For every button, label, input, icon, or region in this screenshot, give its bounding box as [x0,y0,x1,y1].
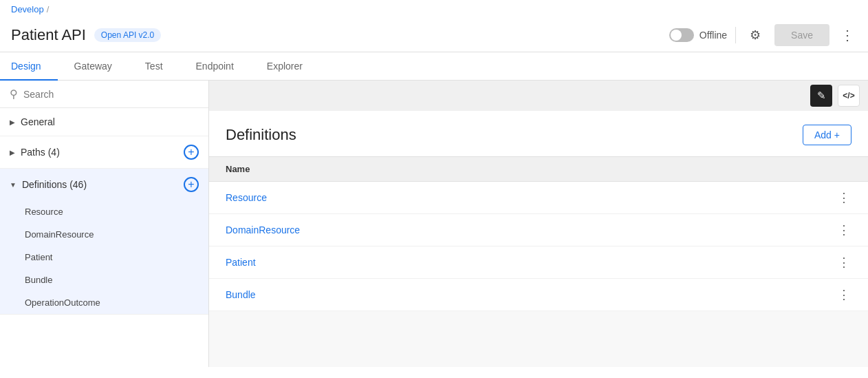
table-row: DomainResource ⋮ [209,214,868,246]
row-patient-link[interactable]: Patient [226,257,838,268]
sidebar-paths-label: Paths (4) [21,147,184,158]
search-icon: ⚲ [10,87,18,101]
settings-button[interactable]: ⚙ [744,24,766,46]
sidebar-definitions-label: Definitions (46) [22,179,184,190]
table-row: Patient ⋮ [209,246,868,279]
sidebar-item-domainresource[interactable]: DomainResource [0,223,208,246]
main-layout: ⚲ ▶ General ▶ Paths (4) + ▼ Definitions … [0,81,868,367]
sidebar-section-paths: ▶ Paths (4) + [0,136,208,169]
breadcrumb-separator: / [47,4,50,14]
table-row: Bundle ⋮ [209,279,868,311]
sidebar-section-general: ▶ General [0,108,208,136]
sidebar-search-container: ⚲ [0,81,208,108]
chevron-right-icon: ▶ [10,149,15,156]
tab-design[interactable]: Design [0,52,58,80]
row-domainresource-link[interactable]: DomainResource [226,224,838,235]
sidebar-section-paths-header[interactable]: ▶ Paths (4) + [0,136,208,168]
sidebar-item-patient[interactable]: Patient [0,246,208,269]
tab-endpoint[interactable]: Endpoint [180,52,250,80]
sidebar-item-bundle[interactable]: Bundle [0,269,208,291]
edit-code-button[interactable]: ✎ [810,85,832,107]
sidebar-general-label: General [21,116,199,127]
gear-icon: ⚙ [750,28,761,43]
row-resource-link[interactable]: Resource [226,192,838,203]
sidebar-section-general-header[interactable]: ▶ General [0,108,208,136]
offline-toggle[interactable] [669,28,694,42]
content-area: ✎ </> Definitions Add + Name Resource ⋮ [209,81,868,367]
api-title: Patient API [11,26,86,44]
header-divider [735,27,736,43]
row-bundle-link[interactable]: Bundle [226,289,838,300]
offline-label: Offline [699,30,727,41]
chevron-down-icon: ▼ [10,181,17,189]
table-row: Resource ⋮ [209,182,868,214]
header: Patient API Open API v2.0 Offline ⚙ Save… [0,19,868,52]
edit-icon: ✎ [817,90,826,102]
openapi-badge: Open API v2.0 [94,28,161,42]
offline-toggle-container: Offline [669,28,727,42]
content-toolbar: ✎ </> [209,81,868,111]
code-view-button[interactable]: </> [838,85,860,107]
row-domainresource-more[interactable]: ⋮ [838,222,851,238]
search-input[interactable] [23,89,199,100]
breadcrumb-develop-link[interactable]: Develop [11,4,44,14]
add-definition-sidebar-button[interactable]: + [184,177,199,192]
tab-gateway[interactable]: Gateway [58,52,129,80]
sidebar: ⚲ ▶ General ▶ Paths (4) + ▼ Definitions … [0,81,209,367]
tab-explorer[interactable]: Explorer [250,52,319,80]
row-patient-more[interactable]: ⋮ [838,255,851,270]
tab-test[interactable]: Test [129,52,180,80]
tab-bar: Design Gateway Test Endpoint Explorer [0,52,868,81]
table-header: Name [209,157,868,182]
more-options-button[interactable]: ⋮ [838,24,857,46]
row-bundle-more[interactable]: ⋮ [838,287,851,302]
add-label: Add [814,129,832,140]
definitions-title: Definitions [226,126,296,144]
row-resource-more[interactable]: ⋮ [838,190,851,205]
header-actions: Offline ⚙ Save ⋮ [669,24,857,46]
save-button[interactable]: Save [774,24,829,46]
definitions-panel: Definitions Add + Name Resource ⋮ Domain… [209,111,868,311]
sidebar-section-definitions-header[interactable]: ▼ Definitions (46) + [0,169,208,200]
breadcrumb: Develop / [0,0,868,19]
add-icon: + [834,129,840,140]
sidebar-section-definitions: ▼ Definitions (46) + Resource DomainReso… [0,169,208,315]
sidebar-item-resource[interactable]: Resource [0,200,208,223]
add-definition-button[interactable]: Add + [803,125,851,145]
sidebar-item-operationoutcome[interactable]: OperationOutcome [0,291,208,314]
add-path-button[interactable]: + [184,145,199,160]
code-brackets-icon: </> [843,91,854,101]
definitions-header: Definitions Add + [209,111,868,157]
toggle-knob [671,30,682,41]
chevron-right-icon: ▶ [10,118,15,126]
